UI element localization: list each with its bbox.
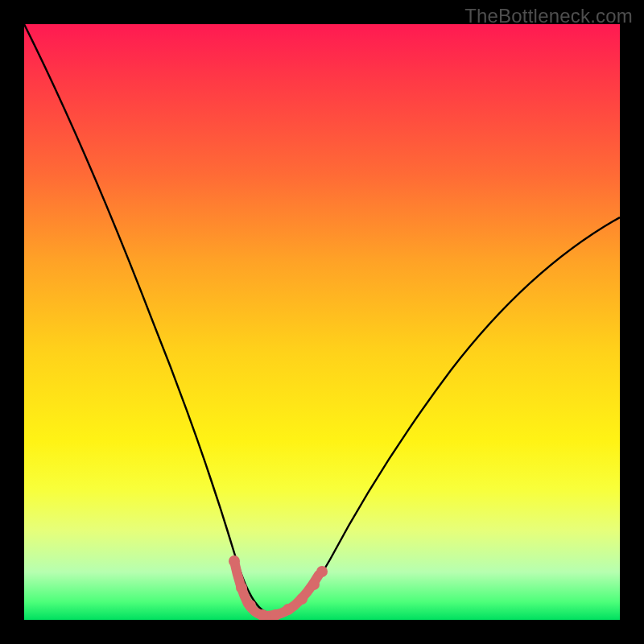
svg-point-1: [236, 582, 247, 593]
chart-frame: TheBottleneck.com: [0, 0, 644, 644]
watermark-label: TheBottleneck.com: [464, 5, 633, 27]
minimum-beads: [229, 555, 328, 620]
svg-point-0: [229, 555, 240, 567]
svg-point-7: [308, 579, 320, 590]
svg-point-5: [283, 604, 294, 615]
plot-area: [24, 24, 620, 620]
svg-point-2: [245, 600, 256, 611]
svg-point-8: [316, 566, 328, 577]
svg-point-6: [296, 593, 308, 605]
bottleneck-curve: [24, 24, 620, 613]
curve-layer: [24, 24, 620, 620]
